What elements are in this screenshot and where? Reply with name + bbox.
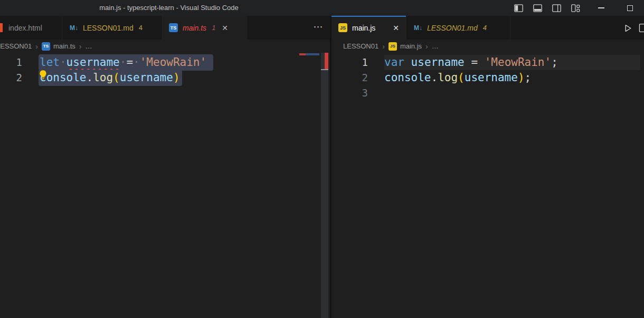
minimap[interactable]: [299, 53, 319, 56]
editor-pane-main-ts[interactable]: 1 let·username·=·'MeowRain' 2 console.lo…: [0, 53, 330, 318]
typescript-file-icon: TS: [42, 42, 50, 51]
overview-ruler-cursor-mark: [321, 69, 328, 70]
code-line: 3: [332, 85, 644, 101]
line-number: 3: [332, 85, 368, 101]
minimap-selection-mark: [306, 53, 319, 55]
tab-main-ts[interactable]: TS main.ts 1 ✕: [163, 16, 247, 40]
chevron-right-icon: ›: [382, 42, 385, 51]
minimize-icon: [598, 7, 604, 8]
code-line: 2 console.log(username): [0, 70, 330, 85]
toggle-panel-icon[interactable]: [533, 3, 543, 13]
tab-lesson01-md-right[interactable]: M↓ LESSON01.md 4: [406, 16, 510, 40]
toggle-secondary-sidebar-icon[interactable]: [552, 3, 562, 13]
problems-badge: 1: [212, 24, 215, 32]
typescript-file-icon: TS: [169, 23, 178, 32]
problems-badge: 4: [139, 24, 143, 32]
tab-index-html[interactable]: index.html: [0, 16, 62, 40]
breadcrumb-file[interactable]: main.ts: [53, 42, 75, 50]
markdown-file-icon: M↓: [70, 23, 78, 32]
code-text: console.log(username): [40, 70, 182, 85]
editor-pane-main-js[interactable]: 1 var username = 'MeowRain'; 2 console.l…: [332, 53, 644, 318]
tab-label: main.js: [352, 24, 375, 32]
tab-label: LESSON01.md: [83, 24, 134, 32]
overview-ruler-error-mark: [325, 53, 328, 70]
code-line: 1 let·username·=·'MeowRain': [0, 55, 330, 70]
breadcrumb-right: LESSON01 › JS main.js › …: [332, 40, 644, 53]
problems-badge: 4: [483, 24, 487, 32]
javascript-file-icon: JS: [338, 23, 347, 32]
close-tab-icon[interactable]: ✕: [222, 24, 228, 32]
more-actions-icon[interactable]: ⋯: [308, 16, 329, 40]
window-title: main.js - typescript-learn - Visual Stud…: [79, 0, 259, 16]
breadcrumb-symbol-ellipsis[interactable]: …: [85, 42, 92, 50]
code-text: console.log(username);: [384, 70, 531, 85]
tab-label: LESSON01.md: [427, 24, 478, 32]
line-number: 1: [0, 55, 22, 70]
quick-fix-lightbulb-icon[interactable]: [38, 70, 48, 80]
markdown-file-icon: M↓: [414, 23, 422, 32]
breadcrumb-symbol-ellipsis[interactable]: …: [432, 42, 439, 50]
close-tab-icon[interactable]: ✕: [393, 24, 399, 32]
code-line: 1 var username = 'MeowRain';: [332, 55, 644, 70]
breadcrumb-left: LESSON01 › TS main.ts › …: [0, 40, 326, 53]
line-number: 1: [332, 55, 368, 70]
toggle-primary-sidebar-icon[interactable]: [514, 3, 524, 13]
chevron-right-icon: ›: [79, 42, 82, 51]
vertical-scrollbar[interactable]: [321, 53, 328, 318]
tab-label: main.ts: [183, 24, 206, 32]
breadcrumb-folder[interactable]: LESSON01: [343, 42, 378, 50]
minimize-button[interactable]: [592, 0, 610, 16]
code-line: 2 console.log(username);: [332, 70, 644, 85]
customize-layout-icon[interactable]: [571, 3, 581, 13]
title-bar: main.js - typescript-learn - Visual Stud…: [0, 0, 644, 16]
layout-controls: [514, 0, 581, 16]
html-file-icon: [0, 23, 3, 32]
line-number: 2: [0, 70, 22, 85]
minimap-error-mark: [299, 53, 306, 55]
javascript-file-icon: JS: [389, 42, 397, 51]
current-line-highlight: var username = 'MeowRain';: [384, 55, 640, 70]
split-editor-icon[interactable]: [638, 23, 644, 33]
maximize-icon: [627, 5, 633, 11]
chevron-right-icon: ›: [35, 42, 38, 51]
line-number: 2: [332, 70, 368, 85]
breadcrumb-folder[interactable]: LESSON01: [0, 42, 32, 50]
run-file-icon[interactable]: [620, 20, 636, 36]
code-text: let·username·=·'MeowRain': [40, 55, 213, 70]
chevron-right-icon: ›: [425, 42, 428, 51]
breadcrumb-file[interactable]: main.js: [400, 42, 422, 50]
maximize-button[interactable]: [621, 0, 639, 16]
tab-lesson01-md-left[interactable]: M↓ LESSON01.md 4: [62, 16, 163, 40]
tab-main-js[interactable]: JS main.js ✕: [332, 16, 406, 40]
tab-label: index.html: [8, 24, 42, 32]
